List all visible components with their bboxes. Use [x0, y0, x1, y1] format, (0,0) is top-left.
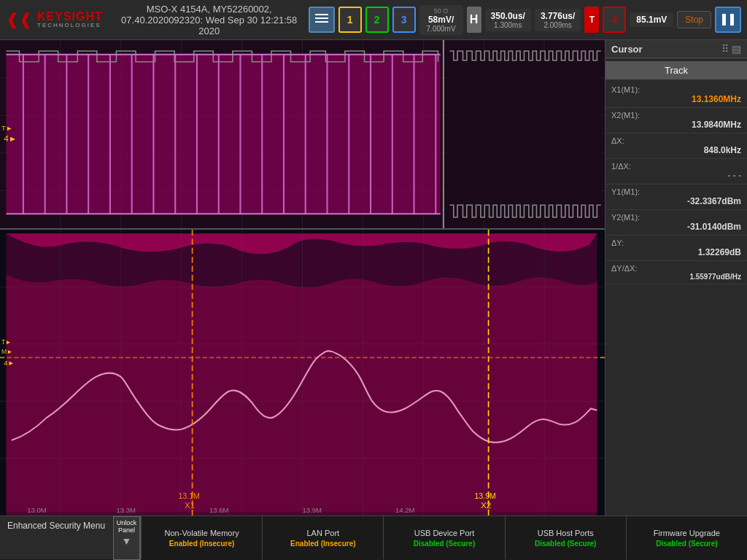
channel-1-button[interactable]: 1: [338, 7, 362, 33]
header-bar: ❰❰ KEYSIGHT TECHNOLOGIES MSO-X 4154A, MY…: [0, 0, 747, 40]
inv-dx-row: 1/ΔX: - - -: [605, 159, 747, 184]
svg-text:4►: 4►: [4, 359, 15, 367]
channel-4-button[interactable]: 4: [603, 7, 626, 33]
svg-text:M►: M►: [1, 348, 12, 355]
svg-rect-3: [722, 14, 726, 26]
svg-text:13.1M: 13.1M: [178, 492, 200, 500]
cursor-panel-icons: ⠿ ▤: [721, 43, 741, 55]
svg-text:X2: X2: [481, 501, 491, 510]
svg-text:14.2M: 14.2M: [395, 506, 415, 514]
track-button[interactable]: Track: [605, 61, 747, 79]
waveform-area: T► 1: [0, 40, 605, 516]
trigger-level-group[interactable]: 85.1mV: [630, 12, 673, 27]
svg-text:4►: 4►: [4, 134, 17, 143]
svg-rect-19: [7, 55, 441, 214]
dy-value: 1.32269dB: [611, 247, 741, 257]
x1-value: 13.1360MHz: [611, 94, 741, 104]
y1-value: -32.3367dBm: [611, 196, 741, 206]
instrument-id: MSO-X 4154A, MY52260002, 07.40.202009232…: [115, 4, 304, 36]
svg-text:T►: T►: [1, 125, 12, 132]
non-volatile-status: Enabled (Insecure): [169, 540, 234, 548]
non-volatile-memory-item[interactable]: Non-Volatile Memory Enabled (Insecure): [141, 516, 262, 559]
svg-text:13.6M: 13.6M: [209, 506, 229, 514]
scroll-controls: Unlock Panel ▼: [113, 516, 141, 560]
lan-port-item[interactable]: LAN Port Enabled (Insecure): [262, 516, 383, 559]
dy-dx-row: ΔY/ΔX: 1.55977udB/Hz: [605, 261, 747, 284]
logo-icon: ❰❰: [6, 10, 32, 29]
x2-row: X2(M1): 13.9840MHz: [605, 108, 747, 133]
lan-status: Enabled (Insecure): [290, 540, 355, 548]
time-group[interactable]: 350.0us/ 1.300ms: [485, 9, 531, 31]
top-waveform-panel: T► 1: [0, 40, 605, 230]
dy-dx-value: 1.55977udB/Hz: [611, 273, 741, 281]
security-items: Non-Volatile Memory Enabled (Insecure) L…: [141, 516, 747, 559]
x1-row: X1(M1): 13.1360MHz: [605, 82, 747, 108]
svg-rect-2: [315, 21, 328, 23]
main-content: T► 1: [0, 40, 747, 516]
cursor-list-icon[interactable]: ▤: [732, 43, 741, 55]
brand-sub: TECHNOLOGIES: [37, 23, 103, 29]
security-label: Enhanced Security Menu: [0, 516, 113, 559]
delay-group[interactable]: 3.776us/ 2.009ms: [535, 9, 581, 31]
svg-text:X1: X1: [185, 501, 195, 510]
svg-text:T►: T►: [1, 338, 12, 346]
h-marker: H: [467, 7, 481, 33]
inv-dx-value: - - -: [611, 171, 741, 181]
firmware-status: Disabled (Secure): [656, 540, 717, 548]
svg-rect-4: [730, 14, 734, 26]
svg-text:13.9M: 13.9M: [474, 492, 496, 500]
bottom-waveform-panel: X1 13.1M X2 13.9M 13.0M 13.3M 13.6M 13.9…: [0, 230, 605, 516]
brand-name: KEYSIGHT: [37, 10, 103, 23]
svg-rect-1: [315, 18, 328, 19]
logo-text: KEYSIGHT TECHNOLOGIES: [37, 10, 103, 29]
status-bar: Enhanced Security Menu Unlock Panel ▼ No…: [0, 516, 747, 559]
t-marker: T: [584, 7, 599, 33]
logo-area: ❰❰ KEYSIGHT TECHNOLOGIES: [6, 10, 103, 29]
y1-row: Y1(M1): -32.3367dBm: [605, 184, 747, 210]
usb-host-ports-item[interactable]: USB Host Ports Disabled (Secure): [505, 516, 626, 559]
firmware-upgrade-item[interactable]: Firmware Upgrade Disabled (Secure): [626, 516, 747, 559]
dy-row: ΔY: 1.32269dB: [605, 236, 747, 261]
cursor-panel-header: Cursor ⠿ ▤: [605, 40, 747, 58]
cursor-panel: Cursor ⠿ ▤ Track X1(M1): 13.1360MHz X2(M…: [605, 40, 747, 516]
x2-value: 13.9840MHz: [611, 120, 741, 130]
channel-2-button[interactable]: 2: [365, 7, 389, 33]
svg-text:13.3M: 13.3M: [116, 506, 136, 514]
usb-device-status: Disabled (Secure): [414, 540, 475, 548]
svg-text:13.9M: 13.9M: [303, 506, 322, 514]
svg-rect-20: [446, 51, 601, 221]
header-controls: 1 2 3 50 O 58mV/ 7.000mV H 350.0us/ 1.30…: [309, 5, 741, 35]
run-button[interactable]: [715, 7, 741, 33]
usb-host-status: Disabled (Secure): [535, 540, 596, 548]
scale-group[interactable]: 50 O 58mV/ 7.000mV: [419, 5, 463, 35]
channel-3-button[interactable]: 3: [392, 7, 416, 33]
unlock-arrow-icon: ▼: [122, 535, 132, 547]
cursor-panel-title: Cursor: [611, 44, 643, 55]
dx-row: ΔX: 848.0kHz: [605, 133, 747, 159]
y2-row: Y2(M1): -31.0140dBm: [605, 210, 747, 236]
unlock-panel-button[interactable]: Unlock Panel ▼: [113, 516, 140, 560]
menu-button[interactable]: [309, 7, 335, 33]
svg-rect-0: [315, 14, 328, 15]
stop-button[interactable]: Stop: [677, 11, 711, 28]
bottom-waveform-svg: X1 13.1M X2 13.9M 13.0M 13.3M 13.6M 13.9…: [0, 230, 605, 516]
cursor-settings-icon[interactable]: ⠿: [721, 43, 729, 55]
top-waveform-svg: 4► T►: [0, 40, 605, 228]
y2-value: -31.0140dBm: [611, 222, 741, 232]
svg-text:13.0M: 13.0M: [27, 506, 47, 514]
usb-device-port-item[interactable]: USB Device Port Disabled (Secure): [383, 516, 504, 559]
dx-value: 848.0kHz: [611, 145, 741, 155]
